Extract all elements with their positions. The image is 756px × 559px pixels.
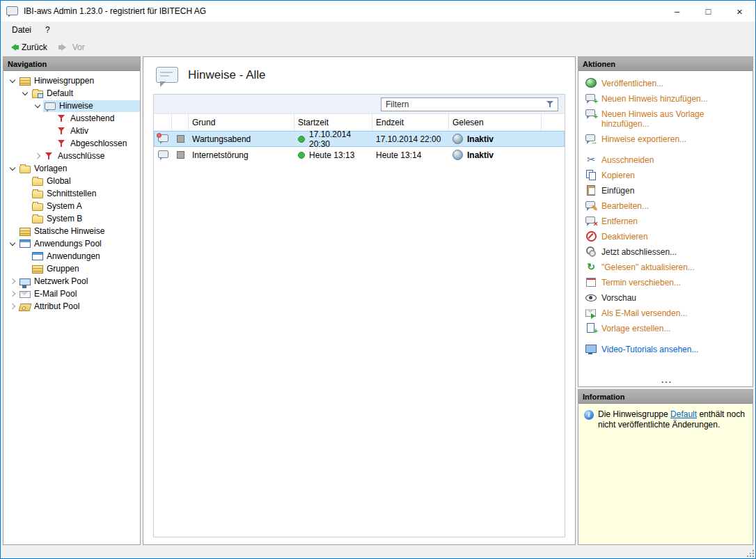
column-hint-icon[interactable] (154, 114, 172, 130)
back-button[interactable]: Zurück (8, 42, 47, 52)
action-vorschau[interactable]: Vorschau (585, 292, 748, 303)
cell-grund: Internetstörung (189, 147, 294, 163)
column-startzeit[interactable]: Startzeit (294, 114, 372, 130)
column-endzeit[interactable]: Endzeit (372, 114, 449, 130)
filter-icon (57, 139, 67, 148)
action-veroeffentlichen[interactable]: Veröffentlichen... (585, 77, 748, 88)
tree-item-anwendungen[interactable]: Anwendungen (3, 250, 140, 262)
tree-item-hinweisgruppen[interactable]: Hinweisgruppen (3, 74, 140, 87)
chevron-collapsed-icon[interactable] (7, 276, 18, 287)
action-vorlage-erstellen[interactable]: + Vorlage erstellen... (585, 322, 748, 333)
tree-item-hinweise[interactable]: Hinweise (3, 100, 140, 112)
close-button[interactable]: × (724, 1, 755, 22)
tree-item-email-pool[interactable]: E-Mail Pool (3, 288, 140, 300)
add-hint-icon: + (585, 93, 597, 104)
column-grund[interactable]: Grund (189, 114, 294, 130)
action-neuen-hinweis-aus-vorlage[interactable]: + Neuen Hinweis aus Vorlage hinzufügen..… (585, 108, 748, 129)
chevron-collapsed-icon[interactable] (32, 150, 43, 162)
table-row[interactable]: Wartungsabend 17.10.2014 20:30 17.10.201… (154, 131, 565, 147)
group-stack-icon (19, 228, 31, 236)
tree-item-anwendungs-pool[interactable]: Anwendungs Pool (3, 237, 140, 250)
tree-item-netzwerk-pool[interactable]: Netzwerk Pool (3, 275, 140, 288)
tree-item-abgeschlossen[interactable]: Abgeschlossen (3, 137, 140, 150)
tree-item-attribut-pool[interactable]: Attribut Pool (3, 300, 140, 313)
tree-item-schnittstellen[interactable]: Schnittstellen (3, 187, 140, 200)
status-bar (1, 548, 755, 558)
filter-input[interactable] (381, 97, 558, 111)
filter-icon (45, 152, 54, 161)
actions-list: Veröffentlichen... + Neuen Hinweis hinzu… (578, 71, 753, 386)
page-title: Hinweise - Alle (188, 68, 266, 82)
copy-icon (585, 169, 597, 180)
action-einfuegen[interactable]: Einfügen (585, 184, 748, 196)
actions-header: Aktionen (578, 57, 753, 71)
tree-item-gruppen[interactable]: Gruppen (3, 262, 140, 275)
filter-band (154, 95, 565, 114)
send-mail-icon (585, 307, 597, 318)
tree-item-global[interactable]: Global (3, 175, 140, 187)
folder-icon (32, 216, 43, 223)
action-gelesen-aktualisieren[interactable]: ↻ "Gelesen" aktualisieren... (585, 261, 748, 272)
maximize-button[interactable]: □ (693, 1, 724, 22)
toolbar: Zurück Vor (1, 38, 755, 56)
group-stack-icon (32, 265, 43, 274)
scroll-more-indicator[interactable]: ... (585, 377, 748, 385)
folder-icon (19, 166, 31, 173)
tree-item-system-a[interactable]: System A (3, 200, 140, 212)
action-video-tutorials[interactable]: Video-Tutorials ansehen... (585, 343, 748, 354)
action-termin-verschieben[interactable]: Termin verschieben... (585, 276, 748, 288)
action-neuen-hinweis-hinzufuegen[interactable]: + Neuen Hinweis hinzufügen... (585, 93, 748, 104)
tree-item-ausstehend[interactable]: Ausstehend (3, 112, 140, 125)
video-tutorials-icon (585, 343, 597, 354)
cut-icon: ✂ (585, 154, 597, 165)
tag-icon (19, 304, 32, 311)
info-icon: i (584, 410, 594, 420)
hint-bubble-icon (45, 102, 56, 110)
mail-icon (19, 291, 31, 298)
main-area: Navigation Hinweisgruppen Default Hinwei… (1, 56, 755, 548)
tree-item-ausschluesse[interactable]: Ausschlüsse (3, 150, 140, 162)
tree-item-aktiv[interactable]: Aktiv (3, 125, 140, 137)
actions-panel: Aktionen Veröffentlichen... + Neuen Hinw… (578, 56, 753, 387)
chevron-expanded-icon[interactable] (7, 238, 18, 249)
chevron-expanded-icon[interactable] (7, 163, 18, 174)
tree-item-system-b[interactable]: System B (3, 212, 140, 225)
paste-icon (585, 184, 597, 196)
action-ausschneiden[interactable]: ✂ Ausschneiden (585, 154, 748, 165)
cell-startzeit: 17.10.2014 20:30 (309, 129, 369, 149)
deactivate-icon (585, 230, 597, 242)
action-bearbeiten[interactable]: ✎ Bearbeiten... (585, 200, 748, 211)
action-jetzt-abschliessen[interactable]: Jetzt abschliessen... (585, 246, 748, 257)
filter-funnel-icon[interactable] (545, 100, 556, 109)
title-bar: IBI-aws Admin 1.23.0 - registriert für I… (1, 1, 755, 22)
resize-grip[interactable] (747, 550, 755, 558)
table-row[interactable]: Internetstörung Heute 13:13 Heute 13:14 … (154, 147, 565, 163)
state-square-icon (177, 135, 184, 143)
action-entfernen[interactable]: × Entfernen (585, 215, 748, 226)
hints-list: Grund Startzeit Endzeit Gelesen Wartungs… (153, 94, 565, 537)
active-status-icon (298, 152, 305, 159)
default-group-link[interactable]: Default (670, 409, 697, 419)
action-deaktivieren[interactable]: Deaktivieren (585, 230, 748, 242)
tree-item-statische-hinweise[interactable]: Statische Hinweise (3, 225, 140, 237)
chevron-collapsed-icon[interactable] (7, 301, 18, 312)
chevron-expanded-icon[interactable] (32, 100, 43, 111)
menu-datei[interactable]: Datei (5, 23, 38, 37)
preview-icon (585, 292, 597, 303)
chevron-expanded-icon[interactable] (7, 75, 18, 86)
action-kopieren[interactable]: Kopieren (585, 169, 748, 180)
menu-help[interactable]: ? (38, 23, 57, 37)
chevron-collapsed-icon[interactable] (7, 288, 18, 299)
action-hinweise-exportieren[interactable]: → Hinweise exportieren... (585, 133, 748, 144)
forward-button[interactable]: Vor (58, 42, 85, 52)
tree-item-vorlagen[interactable]: Vorlagen (3, 162, 140, 175)
column-state-icon[interactable] (172, 114, 189, 130)
chevron-expanded-icon[interactable] (19, 88, 31, 99)
cell-gelesen: Inaktiv (467, 150, 494, 160)
column-gelesen[interactable]: Gelesen (449, 114, 542, 130)
action-als-email-versenden[interactable]: Als E-Mail versenden... (585, 307, 748, 318)
add-hint-from-template-icon: + (585, 108, 597, 119)
tree-item-default[interactable]: Default (3, 87, 140, 100)
minimize-button[interactable]: – (661, 1, 693, 22)
app-icon (6, 6, 18, 15)
